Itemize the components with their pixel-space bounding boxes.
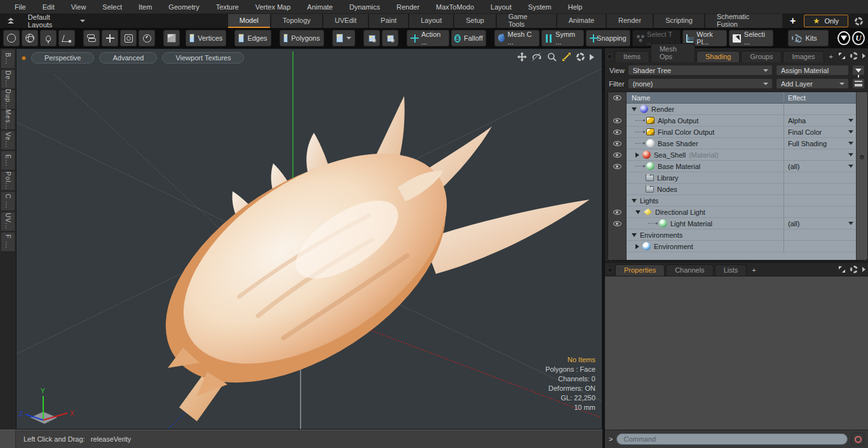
filter-dropdown[interactable]: (none) — [628, 78, 773, 89]
add-properties-tab-button[interactable]: + — [748, 265, 759, 276]
unreal-bridge-logo-icon[interactable]: U — [852, 31, 865, 45]
toolbox-tab-basic[interactable]: B... — [1, 49, 15, 69]
toolbox-tab-mesh[interactable]: Mes... — [1, 110, 15, 130]
tab-items[interactable]: Items — [614, 51, 649, 62]
tab-lists[interactable]: Lists — [715, 264, 747, 276]
add-panel-tab-button[interactable]: + — [825, 51, 837, 62]
tab-channels[interactable]: Channels — [666, 264, 713, 276]
favorites-only-button[interactable]: ★ Only — [804, 15, 848, 27]
layout-tab-game-tools[interactable]: Game Tools — [497, 14, 556, 28]
pan-view-icon[interactable] — [517, 52, 527, 62]
eye-icon[interactable] — [613, 210, 621, 215]
layout-tab-schematic-fusion[interactable]: Schematic Fusion — [705, 14, 782, 28]
layout-tab-paint[interactable]: Paint — [369, 14, 408, 28]
twirl-open-icon[interactable] — [632, 199, 637, 203]
gear-icon[interactable] — [855, 17, 863, 25]
orbit-view-icon[interactable] — [532, 52, 542, 62]
effect-dropdown-icon[interactable] — [848, 165, 853, 168]
menu-file[interactable]: File — [6, 1, 34, 13]
menu-help[interactable]: Help — [560, 1, 591, 13]
transform-tool-button[interactable] — [102, 30, 118, 46]
tree-row-nodes[interactable]: Nodes — [627, 184, 856, 195]
sphere-primitive-button[interactable] — [22, 30, 38, 46]
tree-row-directional-light[interactable]: Directional Light — [627, 207, 856, 218]
eye-icon[interactable] — [613, 118, 621, 123]
zoom-view-icon[interactable] — [547, 52, 557, 62]
tree-row-sea-shell[interactable]: Sea_Shell (Material) — [627, 149, 856, 161]
toolbox-tab-duplicate[interactable]: Dup... — [1, 90, 15, 109]
ellipse-primitive-button[interactable] — [3, 30, 20, 46]
twirl-open-icon[interactable] — [635, 210, 641, 214]
menu-item[interactable]: Item — [130, 1, 160, 13]
menu-dynamics[interactable]: Dynamics — [341, 1, 388, 13]
eye-icon[interactable] — [613, 141, 621, 146]
tree-row-base-shader[interactable]: Base Shader Full Shading — [627, 138, 856, 149]
eye-icon[interactable] — [613, 153, 621, 158]
toolbox-tab-falloff[interactable]: F ... — [1, 232, 15, 252]
layer-presets-button[interactable] — [852, 78, 865, 89]
radial-tool-button[interactable] — [139, 30, 155, 46]
tree-row-library[interactable]: Library — [627, 172, 856, 184]
macro-record-button[interactable] — [851, 433, 864, 445]
tree-scrollbar[interactable] — [856, 92, 867, 260]
symmetry-button[interactable]: Symm ... — [541, 30, 583, 46]
assign-material-button[interactable]: Assign Material — [776, 65, 849, 76]
eye-icon[interactable] — [613, 164, 621, 169]
eye-icon[interactable] — [613, 95, 621, 100]
menu-texture[interactable]: Texture — [208, 1, 247, 13]
curve-tool-button[interactable] — [58, 30, 75, 46]
effect-dropdown-icon[interactable] — [848, 222, 853, 225]
viewport-flyout-icon[interactable] — [590, 54, 594, 60]
tree-row-environments[interactable]: Environments — [627, 229, 856, 241]
eye-icon[interactable] — [613, 221, 621, 226]
panel-gear-icon[interactable] — [850, 266, 858, 273]
action-center-button[interactable]: Action ... — [407, 30, 449, 46]
camera-view-dropdown[interactable]: Perspective — [31, 52, 94, 64]
viewport-options-gear-icon[interactable] — [576, 53, 585, 61]
selection-sets-button[interactable]: Selecti ... — [729, 30, 773, 46]
eye-icon[interactable] — [613, 130, 621, 135]
layout-tab-scripting[interactable]: Scripting — [654, 14, 704, 28]
mesh-constraint-button[interactable]: Mesh C ... — [494, 30, 539, 46]
menu-edit[interactable]: Edit — [34, 1, 63, 13]
filter-funnel-button[interactable] — [852, 65, 865, 76]
tab-images[interactable]: Images — [783, 51, 824, 62]
tree-row-environment[interactable]: Environment — [627, 241, 856, 252]
tree-row-alpha-output[interactable]: Alpha Output Alpha — [627, 115, 856, 126]
viewport-textures-dropdown[interactable]: Viewport Textures — [162, 52, 244, 64]
select-loop-button[interactable] — [363, 30, 380, 46]
tab-properties[interactable]: Properties — [615, 264, 665, 276]
rectangle-tool-button[interactable] — [120, 30, 137, 46]
collapse-bar-button[interactable] — [0, 14, 22, 28]
maximize-viewport-icon[interactable] — [562, 52, 571, 62]
polygons-mode-button[interactable]: Polygons — [280, 30, 324, 46]
menu-maxtomodo[interactable]: MaxToModo — [428, 1, 482, 13]
panel-gear-icon[interactable] — [850, 52, 858, 60]
tree-row-light-material[interactable]: Light Material (all) — [627, 218, 856, 229]
layout-preset-dropdown[interactable]: Default Layouts — [22, 14, 92, 28]
menu-view[interactable]: View — [63, 1, 95, 13]
toolbox-tab-vertex[interactable]: Ve... — [1, 130, 15, 150]
effect-dropdown-icon[interactable] — [848, 153, 853, 156]
tree-row-lights[interactable]: Lights — [627, 195, 856, 207]
menu-layout[interactable]: Layout — [482, 1, 520, 13]
expand-panel-icon[interactable] — [838, 266, 846, 273]
kits-button[interactable]: Kits — [788, 30, 829, 46]
panel-flyout-icon[interactable] — [862, 267, 865, 272]
tab-groups[interactable]: Groups — [741, 51, 782, 62]
layout-tab-uvedit[interactable]: UVEdit — [323, 14, 368, 28]
vertices-mode-button[interactable]: Vertices — [186, 30, 226, 46]
toolbox-tab-deform[interactable]: De... — [1, 69, 15, 89]
effect-dropdown-icon[interactable] — [848, 130, 853, 133]
toolbox-tab-curves[interactable]: C ... — [1, 191, 15, 211]
layout-tab-setup[interactable]: Setup — [454, 14, 496, 28]
shading-style-dropdown[interactable]: Advanced — [99, 52, 157, 64]
tab-shading[interactable]: Shading — [696, 51, 740, 62]
toolbox-tab-polygon[interactable]: Pol... — [1, 171, 15, 191]
menu-vertex-map[interactable]: Vertex Map — [247, 1, 299, 13]
toolbox-tab-edge[interactable]: E... — [1, 151, 15, 170]
tab-mesh-ops[interactable]: Mesh Ops — [651, 43, 695, 62]
menu-animate[interactable]: Animate — [299, 1, 341, 13]
command-input[interactable] — [616, 433, 848, 445]
menu-system[interactable]: System — [520, 1, 560, 13]
